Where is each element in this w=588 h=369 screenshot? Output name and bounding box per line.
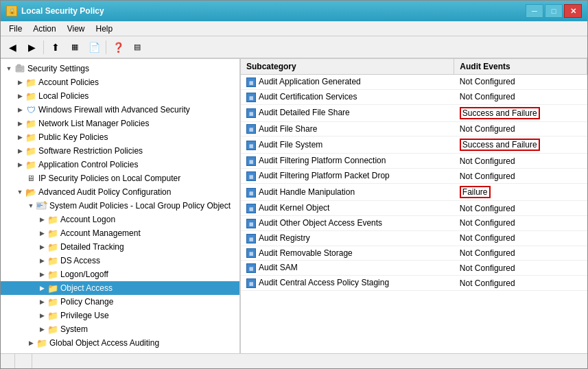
tree-item-account-logon[interactable]: ▶ 📁 Account Logon [1, 213, 239, 226]
subcategory-cell: ▦Audit Certification Services [241, 89, 454, 104]
table-row[interactable]: ▦Audit Detailed File ShareSuccess and Fa… [241, 104, 587, 121]
tree-label-policy-change: Policy Change [60, 297, 113, 307]
folder-icon-account-logon: 📁 [47, 214, 58, 225]
menu-view[interactable]: View [62, 23, 91, 35]
menu-action[interactable]: Action [27, 23, 61, 35]
col-header-subcategory: Subcategory [241, 59, 454, 75]
events-cell: Not Configured [454, 154, 587, 169]
subcategory-cell: ▦Audit File Share [241, 121, 454, 136]
tree-item-global-object[interactable]: ▶ 📁 Global Object Access Auditing [1, 336, 239, 350]
tree-item-local-policies[interactable]: ▶ 📁 Local Policies [1, 89, 239, 103]
subcategory-label: Audit Registry [259, 233, 310, 243]
table-row[interactable]: ▦Audit Filtering Platform ConnectionNot … [241, 154, 587, 169]
tree-label-advanced-audit: Advanced Audit Policy Configuration [38, 187, 171, 197]
table-row[interactable]: ▦Audit Handle ManipulationFailure [241, 184, 587, 201]
tree-root[interactable]: ▼ Security Settings [1, 62, 239, 75]
tree-item-object-access[interactable]: ▶ 📁 Object Access [1, 281, 239, 295]
tree-root-expander: ▼ [3, 63, 14, 74]
table-row[interactable]: ▦Audit Kernel ObjectNot Configured [241, 201, 587, 216]
tree-item-windows-firewall[interactable]: ▶ 🛡 Windows Firewall with Advanced Secur… [1, 103, 239, 117]
table-row[interactable]: ▦Audit SAMNot Configured [241, 261, 587, 276]
events-cell: Not Configured [454, 89, 587, 104]
tree-item-logon-logoff[interactable]: ▶ 📁 Logon/Logoff [1, 267, 239, 281]
folder-icon-system: 📁 [47, 324, 58, 335]
table-row[interactable]: ▦Audit Certification ServicesNot Configu… [241, 89, 587, 104]
tree-item-system-audit[interactable]: ▼ System Audit Policies - Local Group Po… [1, 199, 239, 213]
table-row[interactable]: ▦Audit Application GeneratedNot Configur… [241, 75, 587, 90]
title-controls: ─ □ ✕ [526, 4, 582, 18]
table-row[interactable]: ▦Audit File SystemSuccess and Failure [241, 136, 587, 154]
col-header-events: Audit Events [454, 59, 587, 75]
computer-icon-ip-security: 🖥 [25, 173, 36, 184]
tree-item-detailed-tracking[interactable]: ▶ 📁 Detailed Tracking [1, 240, 239, 254]
tree-expander-detailed-tracking: ▶ [36, 241, 47, 252]
svg-rect-1 [17, 64, 21, 67]
subcategory-cell: ▦Audit Handle Manipulation [241, 184, 454, 201]
menu-help[interactable]: Help [91, 23, 119, 35]
folder-icon-advanced-audit: 📂 [25, 187, 36, 198]
right-panel: Subcategory Audit Events ▦Audit Applicat… [241, 59, 587, 353]
svg-rect-8 [37, 206, 40, 207]
subcategory-cell: ▦Audit Registry [241, 230, 454, 246]
tree-label-ds-access: DS Access [60, 256, 100, 265]
maximize-button[interactable]: □ [545, 4, 563, 18]
menu-file[interactable]: File [3, 23, 27, 35]
table-row[interactable]: ▦Audit Filtering Platform Packet DropNot… [241, 169, 587, 184]
table-row[interactable]: ▦Audit Removable StorageNot Configured [241, 246, 587, 261]
tree-expander-account-logon: ▶ [36, 214, 47, 225]
tree-item-ds-access[interactable]: ▶ 📁 DS Access [1, 254, 239, 267]
tree-expander-account-mgmt: ▶ [36, 228, 47, 239]
status-section-2 [23, 354, 32, 368]
tree-item-policy-change[interactable]: ▶ 📁 Policy Change [1, 295, 239, 309]
tree-expander-system-audit: ▼ [25, 200, 36, 211]
tree-label-global-object: Global Object Access Auditing [49, 338, 159, 348]
subcategory-cell: ▦Audit Application Generated [241, 75, 454, 90]
prop-button[interactable]: ▤ [128, 39, 146, 56]
tree-label-ip-security: IP Security Policies on Local Computer [38, 174, 180, 183]
tree-label-app-control: Application Control Policies [38, 160, 138, 169]
tree-item-network-list[interactable]: ▶ 📁 Network List Manager Policies [1, 117, 239, 130]
subcategory-cell: ▦Audit Filtering Platform Packet Drop [241, 169, 454, 184]
subcategory-label: Audit Filtering Platform Connection [259, 156, 386, 165]
close-button[interactable]: ✕ [564, 4, 582, 18]
window-icon: 🔒 [6, 5, 17, 16]
tree-expander-logon-logoff: ▶ [36, 269, 47, 280]
tree-item-software-restriction[interactable]: ▶ 📁 Software Restriction Policies [1, 144, 239, 158]
folder-icon-policy-change: 📁 [47, 296, 58, 307]
tree-expander-public-key: ▶ [14, 132, 25, 143]
tree-item-privilege-use[interactable]: ▶ 📁 Privilege Use [1, 309, 239, 322]
folder-icon-global-object: 📁 [36, 337, 47, 348]
tree-item-advanced-audit[interactable]: ▼ 📂 Advanced Audit Policy Configuration [1, 185, 239, 199]
table-row[interactable]: ▦Audit Central Access Policy StagingNot … [241, 276, 587, 291]
highlighted-value: Failure [460, 186, 491, 198]
toolbar: ◀ ▶ ⬆ ▦ 📄 ❓ ▤ [1, 36, 587, 58]
tree-item-system[interactable]: ▶ 📁 System [1, 322, 239, 336]
tree-item-account-mgmt[interactable]: ▶ 📁 Account Management [1, 226, 239, 240]
tree-item-ip-security[interactable]: 🖥 IP Security Policies on Local Computer [1, 171, 239, 185]
left-panel: ▼ Security Settings ▶ 📁 Account Policies… [1, 59, 241, 353]
tree-expander-ip-security [14, 173, 25, 184]
icon-system-audit [36, 200, 47, 211]
copy-button[interactable]: 📄 [85, 39, 103, 56]
table-row[interactable]: ▦Audit File ShareNot Configured [241, 121, 587, 136]
back-button[interactable]: ◀ [3, 39, 21, 56]
subcategory-cell: ▦Audit Central Access Policy Staging [241, 276, 454, 291]
tree-label-public-key: Public Key Policies [38, 132, 108, 142]
forward-button[interactable]: ▶ [23, 39, 40, 56]
view-button[interactable]: ▦ [66, 39, 84, 56]
up-button[interactable]: ⬆ [47, 39, 64, 56]
minimize-button[interactable]: ─ [526, 4, 543, 18]
subcategory-label: Audit Kernel Object [259, 203, 329, 213]
table-row[interactable]: ▦Audit RegistryNot Configured [241, 230, 587, 246]
tree-item-public-key[interactable]: ▶ 📁 Public Key Policies [1, 130, 239, 144]
svg-rect-6 [37, 204, 41, 204]
tree-expander-system: ▶ [36, 324, 47, 335]
folder-icon-ds-access: 📁 [47, 255, 58, 266]
tree-item-app-control[interactable]: ▶ 📁 Application Control Policies [1, 158, 239, 171]
tree-item-account-policies[interactable]: ▶ 📁 Account Policies [1, 75, 239, 89]
svg-rect-3 [16, 69, 23, 69]
table-row[interactable]: ▦Audit Other Object Access EventsNot Con… [241, 215, 587, 230]
events-cell: Not Configured [454, 201, 587, 216]
help-button[interactable]: ❓ [109, 39, 127, 56]
subcategory-label: Audit SAM [259, 263, 298, 272]
